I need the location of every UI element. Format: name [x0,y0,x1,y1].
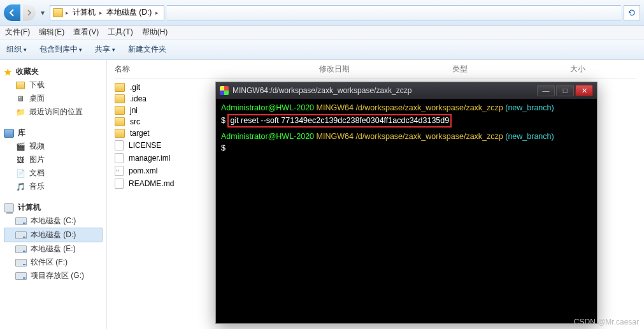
maximize-button[interactable]: □ [556,85,574,96]
address-bar-row: ▾ ▸ 计算机 ▸ 本地磁盘 (D:) ▸ [0,0,644,26]
term-path: /d/workspase/zaxk_workspase/zaxk_zczp [355,132,503,141]
sidebar-item-label: 本地磁盘 (C:) [31,216,76,226]
sidebar-favorites-head[interactable]: ★收藏夹 [4,65,103,78]
sidebar-item-drive-d[interactable]: 本地磁盘 (D:) [4,228,103,242]
drive-icon [15,231,27,239]
terminal-titlebar[interactable]: MINGW64:/d/workspase/zaxk_workspase/zaxk… [216,82,597,99]
term-branch: (new_branch) [505,132,554,141]
folder-icon [115,94,125,103]
sidebar-libraries-head[interactable]: 库 [4,126,103,140]
organize-button[interactable]: 组织 [6,44,27,55]
breadcrumb-segment[interactable]: 计算机 [71,7,97,18]
sidebar-item-label: 文档 [29,168,45,179]
picture-icon: 🖼 [15,155,25,165]
chevron-right-icon: ▸ [155,10,159,16]
sidebar-item-label: 本地磁盘 (D:) [31,230,76,240]
share-button[interactable]: 共享 [95,44,115,55]
include-library-button[interactable]: 包含到库中 [39,44,83,55]
folder-icon [115,106,125,115]
minimize-button[interactable]: — [537,85,555,96]
file-icon [115,179,124,189]
col-date[interactable]: 修改日期 [319,64,350,75]
drive-icon [15,217,27,225]
menu-edit[interactable]: 编辑(E) [39,27,64,38]
chevron-right-icon: ▸ [99,10,103,16]
terminal-window[interactable]: MINGW64:/d/workspase/zaxk_workspase/zaxk… [215,82,597,324]
folder-icon [115,129,125,138]
terminal-app-icon [220,86,229,95]
terminal-line: Administrator@HWL-2020 MINGW64 /d/worksp… [221,131,592,143]
menu-tools[interactable]: 工具(T) [108,27,132,38]
drive-icon [15,245,27,253]
sidebar-item-label: 下载 [29,80,45,91]
sidebar-item-pictures[interactable]: 🖼图片 [4,153,103,166]
term-shell: MINGW64 [317,132,354,141]
sidebar-item-recent[interactable]: 📁最近访问的位置 [4,105,103,119]
video-icon: 🎬 [15,142,25,152]
col-type[interactable]: 类型 [452,64,468,75]
sidebar-item-label: 图片 [29,154,45,165]
sidebar-item-label: 视频 [29,141,45,152]
file-name: jni [130,106,138,115]
nav-back-button[interactable] [4,4,20,21]
sidebar-item-drive-f[interactable]: 软件区 (F:) [4,256,103,269]
star-icon: ★ [4,67,12,77]
new-folder-button[interactable]: 新建文件夹 [128,44,166,55]
term-branch: (new_branch) [505,103,554,112]
sidebar-item-drive-g[interactable]: 项目存放区 (G:) [4,269,103,282]
terminal-line: $ git reset --soft 771349ec2c139dc238fe0… [221,114,592,128]
sidebar-item-label: 音乐 [29,181,45,192]
terminal-title-text: MINGW64:/d/workspase/zaxk_workspase/zaxk… [233,86,411,95]
sidebar-item-label: 桌面 [29,93,45,104]
sidebar-head-label: 库 [18,128,25,138]
music-icon: 🎵 [15,182,25,192]
file-name: src [130,117,140,126]
address-bar-blank[interactable] [167,5,621,20]
sidebar-item-documents[interactable]: 📄文档 [4,166,103,180]
file-name: LICENSE [129,141,161,150]
sidebar-item-downloads[interactable]: 下载 [4,78,103,92]
terminal-line: Administrator@HWL-2020 MINGW64 /d/worksp… [221,103,592,114]
file-name: manager.iml [129,154,170,163]
sidebar-item-label: 最近访问的位置 [29,106,83,117]
sidebar-computer-head[interactable]: 计算机 [4,201,103,214]
menu-view[interactable]: 查看(V) [73,27,99,38]
sidebar-item-drive-e[interactable]: 本地磁盘 (E:) [4,242,103,256]
file-icon [115,140,124,150]
breadcrumb-segment[interactable]: 本地磁盘 (D:) [105,7,153,18]
menu-bar: 文件(F) 编辑(E) 查看(V) 工具(T) 帮助(H) [0,26,644,40]
chevron-right-icon: ▸ [66,10,69,16]
sidebar-head-label: 收藏夹 [16,66,39,77]
download-icon [15,80,25,91]
sidebar-item-drive-c[interactable]: 本地磁盘 (C:) [4,214,103,228]
term-user: Administrator@HWL-2020 [221,103,314,112]
close-button[interactable]: ✕ [575,85,593,96]
term-prompt: $ [221,143,225,152]
file-icon [115,153,124,163]
drive-icon [15,259,27,267]
refresh-button[interactable] [624,5,640,20]
nav-history-dropdown[interactable]: ▾ [38,8,47,17]
sidebar-item-desktop[interactable]: 🖥桌面 [4,92,103,105]
file-name: .git [130,83,140,92]
menu-help[interactable]: 帮助(H) [142,27,168,38]
watermark: CSDN @Mr.caesar [574,318,639,326]
recent-icon: 📁 [15,107,25,117]
address-bar[interactable]: ▸ 计算机 ▸ 本地磁盘 (D:) ▸ [50,5,164,20]
nav-forward-button[interactable] [23,4,36,21]
term-prompt: $ [221,116,225,125]
menu-file[interactable]: 文件(F) [5,27,30,38]
file-name: README.md [129,179,174,188]
desktop-icon: 🖥 [15,94,25,104]
sidebar: ★收藏夹 下载 🖥桌面 📁最近访问的位置 库 🎬视频 🖼图片 📄文档 🎵音乐 计… [0,60,107,329]
col-size[interactable]: 大小 [570,64,585,75]
terminal-body[interactable]: Administrator@HWL-2020 MINGW64 /d/worksp… [216,99,597,157]
toolbar: 组织 包含到库中 共享 新建文件夹 [0,40,644,60]
sidebar-item-video[interactable]: 🎬视频 [4,140,103,153]
sidebar-item-label: 软件区 (F:) [31,257,68,268]
folder-icon [115,117,125,126]
sidebar-item-music[interactable]: 🎵音乐 [4,180,103,193]
file-name: target [130,129,150,138]
col-name[interactable]: 名称 [115,64,268,75]
folder-icon [53,8,63,17]
